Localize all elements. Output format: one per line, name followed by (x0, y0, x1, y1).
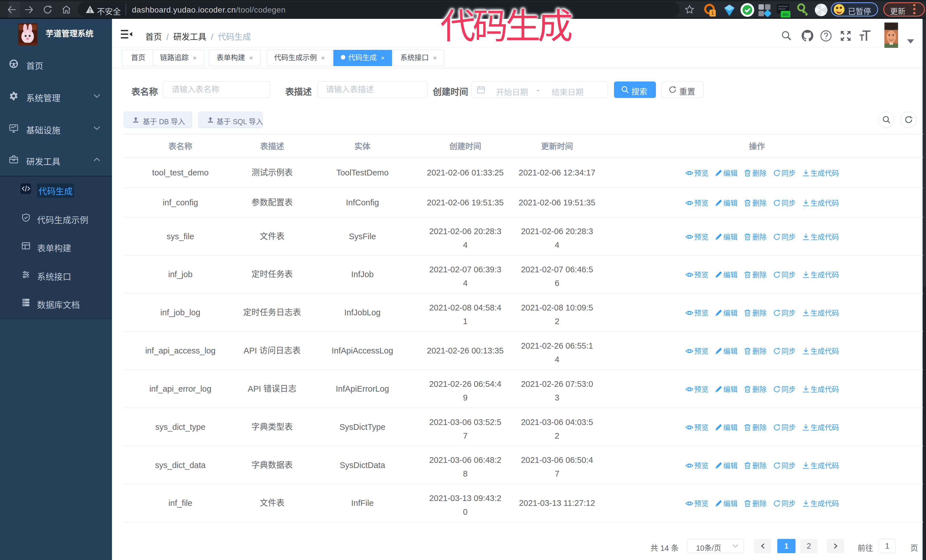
svg-text:1: 1 (711, 10, 714, 16)
svg-text:on: on (783, 12, 789, 17)
